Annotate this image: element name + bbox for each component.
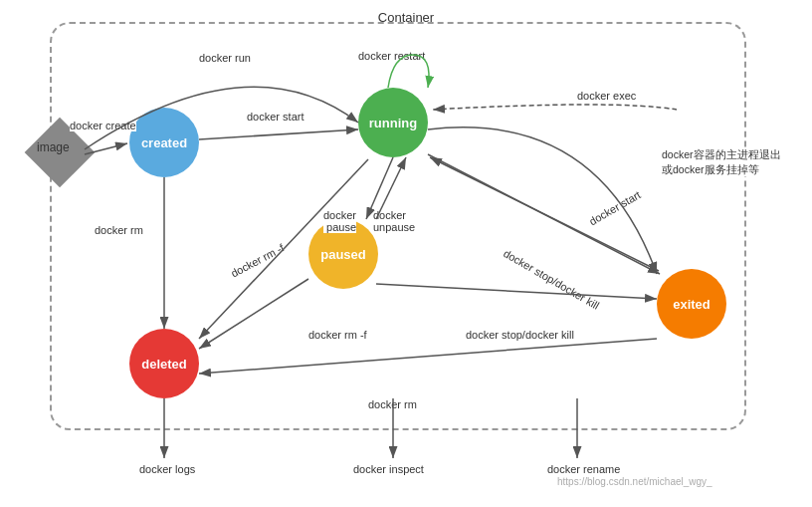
label-docker-restart: docker restart (358, 50, 425, 62)
label-docker-rename: docker rename (547, 463, 620, 475)
image-label: image (37, 140, 70, 154)
node-exited: exited (657, 269, 726, 339)
label-docker-inspect: docker inspect (353, 463, 424, 475)
label-docker-logs: docker logs (139, 463, 195, 475)
label-docker-pause: docker pause (323, 209, 356, 233)
label-docker-stop-kill2: docker stop/docker kill (466, 329, 574, 341)
node-running: running (358, 88, 428, 157)
label-docker-container-exit: docker容器的主进程退出 或docker服务挂掉等 (662, 147, 781, 176)
label-docker-run: docker run (199, 52, 251, 64)
node-created: created (129, 108, 199, 177)
label-docker-unpause: docker unpause (373, 209, 415, 233)
label-docker-rmf2: docker rm -f (308, 329, 367, 341)
label-docker-exec: docker exec (577, 90, 636, 102)
label-docker-rm1: docker rm (95, 224, 143, 236)
label-docker-create: docker create (70, 120, 136, 131)
node-deleted: deleted (129, 329, 199, 398)
label-docker-start: docker start (247, 111, 304, 123)
watermark: https://blog.csdn.net/michael_wgy_ (557, 476, 712, 487)
label-docker-rm2: docker rm (368, 398, 417, 410)
